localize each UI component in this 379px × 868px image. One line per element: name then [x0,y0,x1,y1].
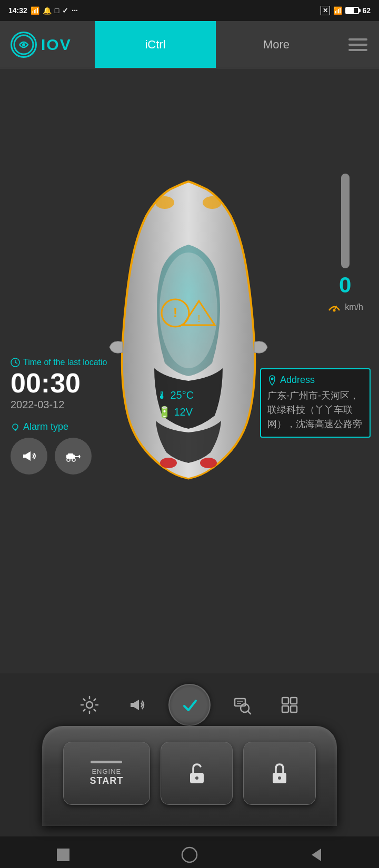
svg-text:!: ! [197,314,200,324]
nav-back-btn[interactable] [300,839,332,868]
check-icon: ✓ [62,6,68,15]
tab-ictrl[interactable]: iCtrl [95,21,216,68]
svg-point-25 [72,458,75,461]
check-btn[interactable] [168,684,211,726]
grid-btn[interactable] [274,689,305,721]
address-panel: Address 广东-广州市-天河区，联绿科技（丫丫车联网），沈海高速公路旁 [260,368,371,438]
speed-vertical-bar [341,174,350,268]
alarm-icons [11,438,107,475]
svg-point-3 [333,309,336,312]
speed-unit-area: km/h [327,302,363,312]
x-icon: ✕ [321,6,330,15]
sound-btn[interactable] [121,689,153,721]
svg-line-33 [248,711,251,714]
svg-text:!: ! [173,305,178,320]
square-icon: □ [55,6,59,15]
address-text: 广东-广州市-天河区，联绿科技（丫丫车联网），沈海高速公路旁 [267,389,363,431]
menu-lines-icon [348,38,367,51]
status-time: 14:32 [8,6,27,15]
nav-home-btn[interactable] [174,839,205,868]
key-fob-inner: ENGINE START [63,742,316,805]
engine-label: ENGINE [92,768,121,775]
svg-point-18 [13,424,18,429]
left-info-panel: Time of the last locatio 00:30 2022-03-1… [11,358,107,475]
start-label: START [90,775,124,786]
logo-area: IOV [0,32,95,58]
svg-rect-31 [235,699,245,706]
bulb-icon [11,422,20,432]
svg-marker-46 [312,849,321,861]
svg-point-6 [203,196,222,209]
main-content: 0 km/h [0,68,379,673]
svg-point-1 [22,43,25,46]
address-label: Address [267,375,363,386]
svg-text:🔋 12V: 🔋 12V [158,406,193,418]
unlock-icon [184,760,210,786]
svg-point-29 [271,377,274,380]
svg-rect-21 [23,455,25,458]
svg-rect-37 [291,698,297,704]
tab-more[interactable]: More [216,21,337,68]
car-illustration: ! ! 🌡 25°C 🔋 12V [88,110,299,542]
logo-text: IOV [41,36,72,54]
status-right: ✕ 📶 62 [321,6,371,15]
key-fob-container: ENGINE START [0,684,379,836]
speed-bar-area: 0 km/h [327,174,363,312]
nav-square-btn[interactable] [47,839,79,868]
engine-start-btn[interactable]: ENGINE START [63,742,150,805]
lock-btn[interactable] [243,742,316,805]
search-btn[interactable] [226,689,258,721]
engine-line [91,761,122,763]
settings-btn[interactable] [74,689,105,721]
svg-point-24 [67,458,70,461]
toolbar [63,684,316,726]
bottom-nav [0,836,379,868]
location-time-label: Time of the last locatio [11,358,107,367]
svg-point-5 [155,196,174,209]
notification-icon: 🔔 [43,6,52,15]
alarm-type-label: Alarm type [11,421,107,432]
battery-icon [345,7,359,14]
speedometer-icon [327,302,342,312]
nav-tabs: iCtrl More [95,21,337,68]
unlock-btn[interactable] [161,742,233,805]
svg-rect-39 [291,706,297,712]
svg-line-17 [15,362,17,364]
dots-icon: ··· [72,6,78,15]
menu-button[interactable] [337,21,379,68]
header: IOV iCtrl More [0,21,379,68]
wifi-icon: 📶 [333,6,342,15]
svg-point-41 [195,776,198,780]
svg-point-43 [278,776,281,780]
svg-point-45 [182,847,197,862]
speed-unit: km/h [345,302,363,312]
svg-point-7 [160,458,177,468]
alarm-tow-btn[interactable] [55,438,92,475]
location-pin-icon [267,375,277,386]
svg-rect-23 [68,453,73,456]
alarm-megaphone-btn[interactable] [11,438,47,475]
key-fob: ENGINE START [42,726,337,826]
svg-text:🌡 25°C: 🌡 25°C [157,389,194,401]
speed-value: 0 [339,272,351,298]
svg-rect-44 [57,849,69,861]
bottom-controls: ENGINE START [0,673,379,836]
iov-logo-icon [11,32,37,58]
last-location-time: 00:30 [11,369,107,397]
svg-point-30 [86,702,93,708]
svg-point-8 [200,458,217,468]
svg-rect-36 [282,698,288,704]
battery-level: 62 [362,6,371,15]
status-left: 14:32 📶 🔔 □ ✓ ··· [8,6,78,15]
status-bar: 14:32 📶 🔔 □ ✓ ··· ✕ 📶 62 [0,0,379,21]
last-location-date: 2022-03-12 [11,399,107,411]
signal-icon: 📶 [31,6,39,15]
lock-icon [266,760,293,786]
clock-icon [11,358,20,367]
car-svg: ! ! 🌡 25°C 🔋 12V [88,110,288,542]
svg-rect-38 [282,706,288,712]
